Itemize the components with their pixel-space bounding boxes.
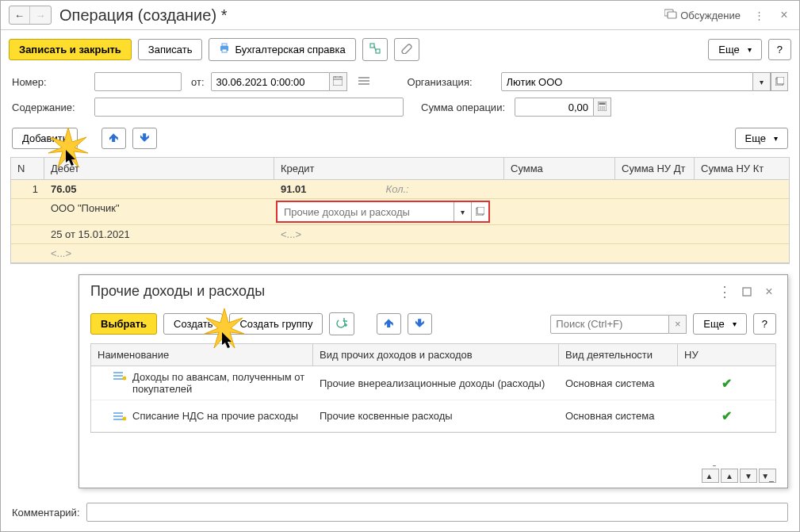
row-name: Доходы по авансам, полученным от покупат… [132, 371, 307, 395]
row-nu-check: ✔ [678, 371, 775, 396]
close-icon[interactable]: × [777, 8, 791, 22]
date-input[interactable] [211, 72, 330, 91]
credit-subkonto1-input[interactable] [278, 202, 454, 221]
write-and-close-button[interactable]: Записать и закрыть [9, 39, 132, 60]
row-activity: Основная система [559, 405, 678, 427]
dialog-refresh-button[interactable] [329, 312, 354, 335]
comment-input[interactable] [86, 503, 789, 522]
discussion-link[interactable]: Обсуждение [664, 9, 741, 22]
col-sum-nu-kt: Сумма НУ Кт [695, 158, 789, 179]
nav-forward-button[interactable]: → [30, 6, 51, 24]
svg-rect-4 [222, 49, 227, 52]
row-nu-check: ✔ [678, 404, 775, 428]
number-label: Номер: [12, 76, 88, 88]
dcol-type: Вид прочих доходов и расходов [313, 344, 559, 366]
accounting-reference-button[interactable]: Бухгалтерская справка [209, 38, 355, 61]
cell-credit-account[interactable]: 91.01 Кол.: [274, 180, 504, 198]
organization-dropdown-button[interactable]: ▾ [753, 72, 771, 91]
calendar-button[interactable] [330, 72, 347, 91]
scroll-top-button[interactable]: ▲‾ [702, 469, 719, 483]
item-icon [113, 371, 126, 381]
calendar-icon [333, 76, 343, 88]
svg-point-18 [599, 106, 601, 108]
list-icon[interactable] [358, 76, 369, 88]
sum-label: Сумма операции: [421, 101, 508, 113]
item-icon [113, 411, 126, 421]
dialog-move-up-button[interactable]: 🡹 [377, 313, 401, 335]
scroll-down-button[interactable]: ▼ [740, 469, 757, 483]
scroll-bottom-button[interactable]: ▼_ [759, 469, 776, 483]
triangle-up-icon: ▲ [725, 472, 733, 480]
paperclip-icon [401, 43, 412, 56]
dialog-help-button[interactable]: ? [753, 313, 776, 335]
move-up-button[interactable]: 🡹 [101, 128, 126, 149]
arrow-up-icon: 🡹 [384, 318, 394, 330]
credit-subkonto1-dropdown[interactable]: ▾ [454, 202, 471, 221]
selection-dialog: Прочие доходы и расходы ⋮ × Выбрать Созд… [78, 274, 788, 488]
content-input[interactable] [94, 98, 404, 117]
link-icon [369, 43, 381, 56]
cell-debit-subkonto2[interactable]: 25 от 15.01.2021 [44, 225, 274, 243]
more-button[interactable]: Еще [708, 39, 761, 60]
number-input[interactable] [94, 72, 182, 91]
dcol-activity: Вид деятельности [559, 344, 678, 366]
cell-credit-subkonto2[interactable]: <...> [274, 225, 504, 243]
dialog-title: Прочие доходы и расходы [90, 283, 265, 300]
dialog-create-group-button[interactable]: Создать группу [229, 313, 323, 335]
col-credit: Кредит [274, 158, 504, 179]
cell-debit-account[interactable]: 76.05 [44, 180, 274, 198]
link-button[interactable] [362, 38, 388, 61]
cell-n: 1 [11, 180, 44, 198]
svg-point-19 [602, 106, 603, 108]
nav-back-button[interactable]: ← [10, 6, 30, 24]
dialog-search-input[interactable] [550, 315, 669, 334]
list-item[interactable]: Доходы по авансам, полученным от покупат… [91, 366, 775, 400]
dialog-create-button[interactable]: Создать [163, 313, 223, 335]
organization-input[interactable] [501, 72, 753, 91]
organization-label: Организация: [408, 76, 495, 88]
scroll-top-icon: ▲‾ [705, 472, 715, 480]
cell-debit-subkonto3[interactable]: <...> [44, 244, 274, 262]
table-more-button[interactable]: Еще [735, 128, 788, 149]
sum-input[interactable] [515, 98, 594, 117]
clear-icon: × [675, 318, 681, 330]
arrow-right-icon: → [36, 10, 46, 21]
cell-credit-subkonto1[interactable]: ▾ [274, 199, 504, 224]
discussion-icon [664, 9, 677, 22]
list-item[interactable]: Списание НДС на прочие расходы Прочие ко… [91, 400, 775, 432]
svg-rect-17 [599, 102, 606, 105]
write-button[interactable]: Записать [138, 39, 203, 60]
dcol-nu: НУ [678, 344, 775, 366]
dialog-maximize-icon[interactable] [740, 285, 754, 299]
move-down-button[interactable]: 🡻 [132, 128, 157, 149]
col-sum: Сумма [504, 158, 615, 179]
svg-rect-3 [222, 44, 227, 46]
svg-rect-15 [777, 77, 784, 84]
calculator-button[interactable] [594, 98, 611, 117]
scroll-up-button[interactable]: ▲ [721, 469, 738, 483]
row-name: Списание НДС на прочие расходы [132, 410, 307, 422]
cell-debit-subkonto1[interactable]: ООО "Пончик" [44, 199, 274, 224]
accounting-reference-label: Бухгалтерская справка [235, 44, 345, 55]
dialog-select-button[interactable]: Выбрать [90, 313, 157, 335]
dialog-kebab-icon[interactable]: ⋮ [718, 285, 732, 299]
dialog-close-icon[interactable]: × [762, 285, 776, 299]
dialog-move-down-button[interactable]: 🡻 [408, 313, 432, 335]
attach-button[interactable] [394, 38, 419, 61]
dialog-more-button[interactable]: Еще [693, 313, 746, 335]
credit-subkonto1-open[interactable] [471, 202, 488, 221]
svg-rect-5 [370, 44, 374, 48]
chevron-down-icon: ▾ [461, 208, 465, 216]
triangle-down-icon: ▼ [744, 472, 752, 480]
svg-point-39 [123, 416, 127, 420]
chevron-down-icon: ▾ [760, 78, 764, 86]
arrow-left-icon: ← [14, 10, 25, 21]
help-button[interactable]: ? [768, 39, 791, 60]
add-button[interactable]: Добавить [12, 128, 78, 149]
kebab-menu-icon[interactable]: ⋮ [752, 8, 766, 22]
scroll-bottom-icon: ▼_ [761, 472, 773, 480]
row-type: Прочие внереализационные доходы (расходы… [313, 373, 559, 394]
svg-point-21 [599, 108, 601, 109]
dialog-search-clear[interactable]: × [669, 315, 687, 334]
organization-open-button[interactable] [771, 72, 788, 91]
